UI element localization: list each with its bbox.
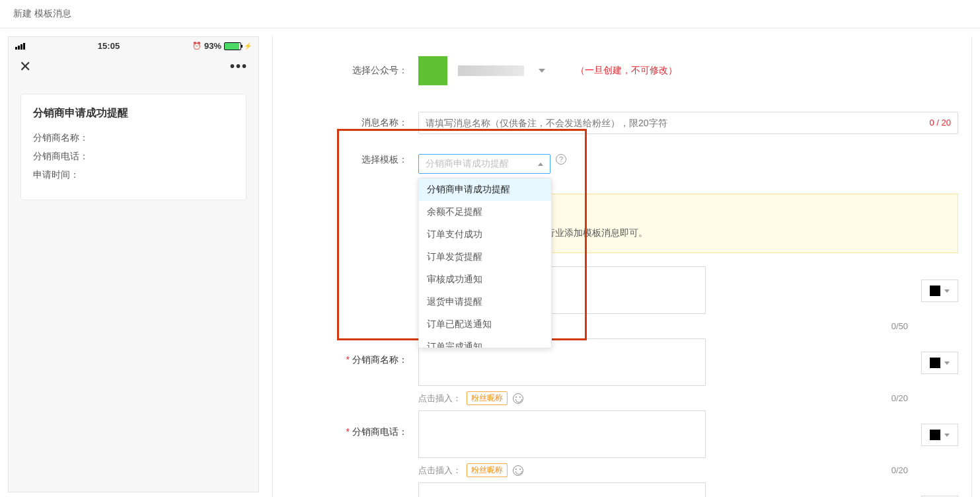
chevron-down-icon[interactable] <box>539 69 545 73</box>
template-selected-value: 分销商申请成功提醒 <box>426 158 509 170</box>
dropdown-option[interactable]: 订单发货提醒 <box>419 246 551 268</box>
dropdown-option[interactable]: 余额不足提醒 <box>419 201 551 223</box>
insert-label: 点击插入： <box>418 465 461 477</box>
chevron-up-icon <box>538 163 543 166</box>
phone-status-bar: 15:05 ⏰ 93% ⚡ <box>9 37 258 55</box>
battery-percent: 93% <box>204 41 221 51</box>
color-swatch <box>930 286 940 296</box>
dropdown-option[interactable]: 退货申请提醒 <box>419 291 551 313</box>
color-picker[interactable] <box>921 280 958 302</box>
template-label: 选择模板： <box>286 154 418 166</box>
char-count: 0/50 <box>891 321 908 331</box>
close-icon[interactable]: ✕ <box>19 59 31 74</box>
color-picker[interactable] <box>921 352 958 374</box>
chevron-down-icon <box>944 289 950 293</box>
insert-nickname-tag[interactable]: 粉丝昵称 <box>467 463 508 477</box>
char-count: 0/20 <box>891 393 908 403</box>
color-picker[interactable] <box>921 424 958 446</box>
signal-icon <box>15 43 25 50</box>
account-avatar <box>418 56 447 85</box>
dropdown-option[interactable]: 订单完成通知 <box>419 336 551 348</box>
emoji-icon[interactable] <box>513 465 523 476</box>
chevron-down-icon <box>944 362 950 365</box>
preview-row: 分销商电话： <box>33 151 234 163</box>
help-icon[interactable]: ? <box>556 154 566 165</box>
alarm-icon: ⏰ <box>192 42 202 50</box>
chevron-down-icon <box>944 434 950 437</box>
char-count: 0/20 <box>891 465 908 475</box>
field-label-distributor-name: *分销商名称： <box>286 338 418 366</box>
battery-icon <box>224 42 241 50</box>
insert-nickname-tag[interactable]: 粉丝昵称 <box>467 391 508 405</box>
template-dropdown: 分销商申请成功提醒 余额不足提醒 订单支付成功 订单发货提醒 审核成功通知 退货… <box>418 178 552 348</box>
more-icon[interactable]: ••• <box>230 59 248 74</box>
emoji-icon[interactable] <box>513 393 523 404</box>
apply-time-textarea[interactable] <box>418 482 706 497</box>
account-name-placeholder <box>458 65 524 76</box>
message-name-label: 消息名称： <box>286 117 418 129</box>
color-swatch <box>930 430 940 440</box>
message-name-counter: 0 / 20 <box>923 112 958 134</box>
preview-title: 分销商申请成功提醒 <box>33 106 234 120</box>
field-label-distributor-phone: *分销商电话： <box>286 410 418 438</box>
insert-label: 点击插入： <box>418 393 461 404</box>
preview-row: 分销商名称： <box>33 132 234 144</box>
preview-row: 申请时间： <box>33 169 234 181</box>
charging-icon: ⚡ <box>244 42 252 50</box>
phone-preview-panel: 15:05 ⏰ 93% ⚡ ✕ ••• 分销商申请成功提醒 分销商名称： 分销商… <box>8 36 259 492</box>
distributor-phone-textarea[interactable] <box>418 410 706 458</box>
form-panel: 选择公众号： （一旦创建，不可修改） 消息名称： 0 / 20 选择模板： 分销… <box>272 36 972 497</box>
phone-time: 15:05 <box>98 41 120 51</box>
color-swatch <box>930 358 940 368</box>
preview-card: 分销商申请成功提醒 分销商名称： 分销商电话： 申请时间： <box>20 94 246 200</box>
message-name-input-wrapper: 0 / 20 <box>418 112 958 134</box>
template-select[interactable]: 分销商申请成功提醒 分销商申请成功提醒 余额不足提醒 订单支付成功 订单发货提醒… <box>418 154 550 174</box>
dropdown-option[interactable]: 订单已配送通知 <box>419 313 551 336</box>
dropdown-option[interactable]: 订单支付成功 <box>419 223 551 246</box>
field-label-apply-time: *申请时间： <box>286 482 418 497</box>
page-title: 新建 模板消息 <box>0 0 980 28</box>
dropdown-option[interactable]: 审核成功通知 <box>419 268 551 291</box>
message-name-input[interactable] <box>419 112 923 134</box>
lock-warning: （一旦创建，不可修改） <box>576 65 677 77</box>
account-label: 选择公众号： <box>286 65 418 77</box>
dropdown-option[interactable]: 分销商申请成功提醒 <box>419 178 551 201</box>
